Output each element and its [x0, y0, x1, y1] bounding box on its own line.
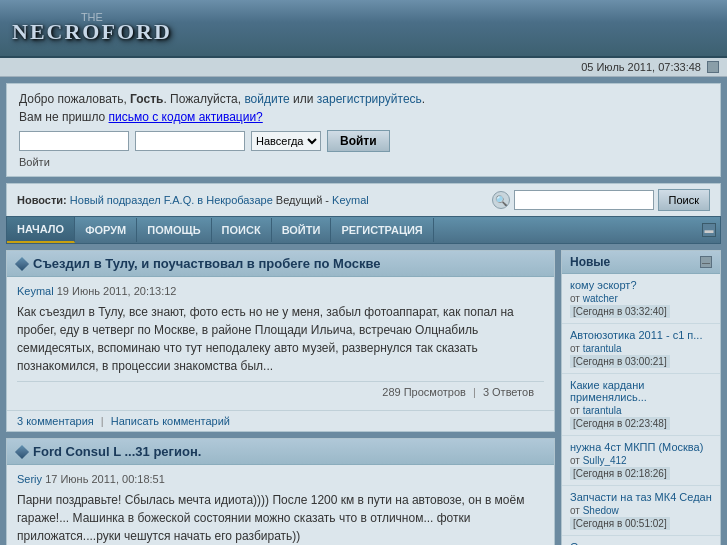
login-button[interactable]: Войти — [327, 130, 390, 152]
post-date-text-2: 17 Июнь 2011, 00:18:51 — [45, 473, 165, 485]
search-icon[interactable]: 🔍 — [492, 191, 510, 209]
post-body-2: Seriy 17 Июнь 2011, 00:18:51 Парни поздр… — [7, 465, 554, 545]
sidebar-header: Новые — — [562, 251, 720, 274]
sidebar-author-4[interactable]: Sully_412 — [583, 455, 627, 466]
datetime-bar: 05 Июль 2011, 07:33:48 — [0, 58, 727, 77]
news-link1[interactable]: Новый подраздел F.A.Q. в Некробазаре — [70, 194, 273, 206]
nav-bar: НАЧАЛО ФОРУМ ПОМОЩЬ ПОИСК ВОЙТИ РЕГИСТРА… — [6, 216, 721, 244]
nav-item-register[interactable]: РЕГИСТРАЦИЯ — [331, 218, 433, 242]
sidebar-from-4: от — [570, 455, 580, 466]
sidebar-author-1[interactable]: watcher — [583, 293, 618, 304]
welcome-text: Добро пожаловать, Гость. Пожалуйста, вой… — [19, 92, 708, 106]
post-answers-1: 3 Ответов — [483, 386, 534, 398]
post-text-2: Парни поздравьте! Сбылась мечта идиота))… — [17, 491, 544, 545]
login-row: Навсегда Войти — [19, 130, 708, 152]
nav-item-help[interactable]: ПОМОЩЬ — [137, 218, 211, 242]
news-link2[interactable]: Keymal — [332, 194, 369, 206]
sidebar-item-meta-4: от Sully_412 — [570, 455, 712, 466]
guest-label: Гость — [130, 92, 163, 106]
nav-item-forum[interactable]: ФОРУМ — [75, 218, 137, 242]
post-footer-1: 3 комментария | Написать комментарий — [7, 410, 554, 431]
sidebar-post-title-5[interactable]: Запчасти на таз МК4 Седан — [570, 491, 712, 503]
sidebar-from-2: от — [570, 343, 580, 354]
post-body-1: Keymal 19 Июнь 2011, 20:13:12 Как съезди… — [7, 277, 554, 410]
post-comments-link-1[interactable]: 3 комментария — [17, 415, 94, 427]
news-label: Новости: — [17, 194, 67, 206]
post-write-comment-1[interactable]: Написать комментарий — [111, 415, 230, 427]
main-column: Съездил в Тулу, и поучаствовал в пробеге… — [6, 250, 555, 545]
username-input[interactable] — [19, 131, 129, 151]
news-content: Новости: Новый подраздел F.A.Q. в Некроб… — [17, 194, 369, 206]
welcome-end: . — [422, 92, 425, 106]
post-author-1[interactable]: Keymal — [17, 285, 54, 297]
sidebar-author-3[interactable]: tarantula — [583, 405, 622, 416]
sidebar-minimize-button[interactable]: — — [700, 256, 712, 268]
main-layout: Съездил в Тулу, и поучаствовал в пробеге… — [6, 250, 721, 545]
sidebar-author-2[interactable]: tarantula — [583, 343, 622, 354]
welcome-or: или — [290, 92, 317, 106]
sidebar-post-title-3[interactable]: Какие кардани применялись... — [570, 379, 712, 403]
password-input[interactable] — [135, 131, 245, 151]
sidebar-title: Новые — [570, 255, 610, 269]
logo-text: NecroForD — [12, 19, 172, 44]
post-card-2: Ford Consul L ...31 регион. Seriy 17 Июн… — [6, 438, 555, 545]
post-views-1: 289 Просмотров — [382, 386, 466, 398]
activation-row: Вам не пришло письмо с кодом активации? — [19, 110, 708, 124]
sidebar-item-1: кому эскорт? от watcher [Сегодня в 03:32… — [562, 274, 720, 324]
sidebar-post-title-4[interactable]: нужна 4ст МКПП (Москва) — [570, 441, 712, 453]
welcome-mid: . Пожалуйста, — [163, 92, 244, 106]
post-title-2[interactable]: Ford Consul L ...31 регион. — [33, 444, 201, 459]
sidebar-item-5: Запчасти на таз МК4 Седан от Shedow [Сег… — [562, 486, 720, 536]
welcome-prefix: Добро пожаловать, — [19, 92, 130, 106]
search-button[interactable]: Поиск — [658, 189, 710, 211]
sidebar-author-5[interactable]: Shedow — [583, 505, 619, 516]
sidebar-from-1: от — [570, 293, 580, 304]
post-title-1[interactable]: Съездил в Тулу, и поучаствовал в пробеге… — [33, 256, 381, 271]
sidebar-date-2: [Сегодня в 03:00:21] — [570, 355, 670, 368]
sidebar-panel: Новые — кому эскорт? от watcher [Сегодня… — [561, 250, 721, 545]
post-date-text-1: 19 Июнь 2011, 20:13:12 — [57, 285, 177, 297]
nav-item-home[interactable]: НАЧАЛО — [7, 217, 75, 243]
nav-minimize-button[interactable]: ▬ — [702, 223, 716, 237]
datetime-text: 05 Июль 2011, 07:33:48 — [581, 61, 701, 73]
remember-select[interactable]: Навсегда — [251, 131, 321, 151]
sidebar-item-2: Автоюзотика 2011 - с1 п... от tarantula … — [562, 324, 720, 374]
login-link[interactable]: войдите — [244, 92, 289, 106]
sidebar-item-6: О краске от maj28 (Madge) [Сегодня в 00:… — [562, 536, 720, 545]
post-stats-sep-1: | — [473, 386, 479, 398]
sidebar-item-meta-1: от watcher — [570, 293, 712, 304]
register-link[interactable]: зарегистрируйтесь — [317, 92, 422, 106]
post-footer-sep-1: | — [101, 415, 107, 427]
sidebar-post-title-1[interactable]: кому эскорт? — [570, 279, 712, 291]
sidebar-post-title-2[interactable]: Автоюзотика 2011 - с1 п... — [570, 329, 712, 341]
search-input[interactable] — [514, 190, 654, 210]
welcome-panel: Добро пожаловать, Гость. Пожалуйста, вой… — [6, 83, 721, 177]
datetime-minimize-button[interactable] — [707, 61, 719, 73]
login-label-text: Войти — [19, 156, 708, 168]
sidebar-item-meta-5: от Shedow — [570, 505, 712, 516]
sidebar-item-meta-2: от tarantula — [570, 343, 712, 354]
sidebar-date-4: [Сегодня в 02:18:26] — [570, 467, 670, 480]
post-diamond-icon-2 — [15, 444, 29, 458]
sidebar-item-meta-3: от tarantula — [570, 405, 712, 416]
post-header-1: Съездил в Тулу, и поучаствовал в пробеге… — [7, 251, 554, 277]
logo-area: THE NecroForD — [12, 11, 172, 45]
post-meta-1: Keymal 19 Июнь 2011, 20:13:12 — [17, 285, 544, 297]
activation-link[interactable]: письмо с кодом активации? — [109, 110, 263, 124]
sidebar-from-3: от — [570, 405, 580, 416]
sidebar-item-4: нужна 4ст МКПП (Москва) от Sully_412 [Се… — [562, 436, 720, 486]
sidebar-column: Новые — кому эскорт? от watcher [Сегодня… — [561, 250, 721, 545]
search-area: 🔍 Поиск — [492, 189, 710, 211]
logo: THE NecroForD — [12, 11, 172, 45]
post-diamond-icon — [15, 256, 29, 270]
news-sep: Ведущий - — [276, 194, 332, 206]
sidebar-post-title-6[interactable]: О краске — [570, 541, 712, 545]
post-author-2[interactable]: Seriy — [17, 473, 42, 485]
nav-item-login[interactable]: ВОЙТИ — [272, 218, 332, 242]
post-stats-1: 289 Просмотров | 3 Ответов — [17, 381, 544, 402]
sidebar-date-5: [Сегодня в 00:51:02] — [570, 517, 670, 530]
sidebar-date-1: [Сегодня в 03:32:40] — [570, 305, 670, 318]
activation-prefix: Вам не пришло — [19, 110, 109, 124]
nav-item-search[interactable]: ПОИСК — [212, 218, 272, 242]
sidebar-item-3: Какие кардани применялись... от tarantul… — [562, 374, 720, 436]
